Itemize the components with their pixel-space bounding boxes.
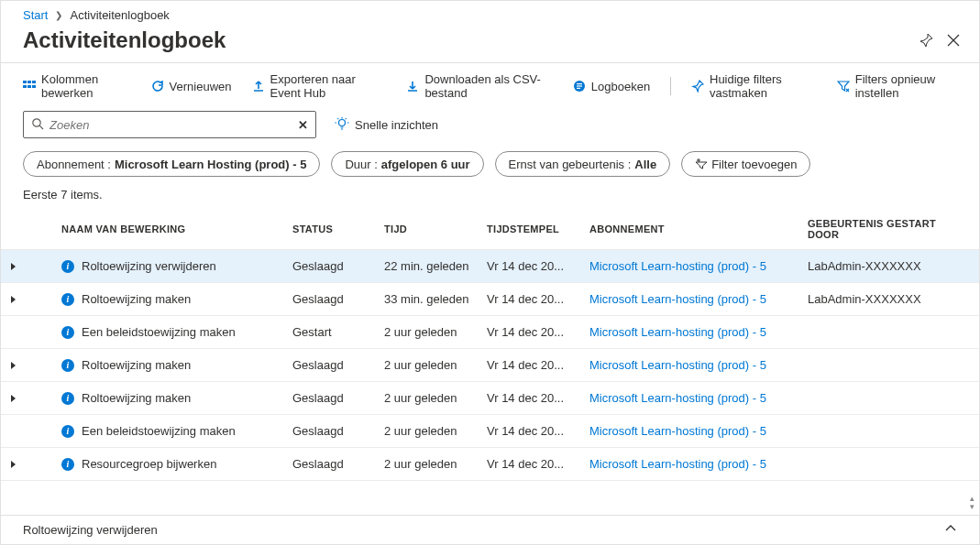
subscription-link[interactable]: Microsoft Learn-hosting (prod) - 5 xyxy=(589,292,766,306)
pin-icon[interactable] xyxy=(919,33,933,48)
filter-pill-duration[interactable]: Duur : afgelopen 6 uur xyxy=(331,151,483,177)
pill-value: afgelopen 6 uur xyxy=(381,158,470,171)
search-icon xyxy=(31,117,44,133)
logs-button[interactable]: Logboeken xyxy=(573,80,650,93)
search-input[interactable] xyxy=(50,118,292,132)
activity-table: NAAM VAN BEWERKING STATUS TIJD TIJDSTEMP… xyxy=(1,209,979,481)
pill-label: Abonnement : xyxy=(37,158,111,171)
page-title: Activiteitenlogboek xyxy=(23,27,226,53)
breadcrumb-start[interactable]: Start xyxy=(23,8,48,22)
refresh-button[interactable]: Vernieuwen xyxy=(151,80,232,93)
timestamp-cell: Vr 14 dec 20... xyxy=(487,457,589,471)
time-cell: 2 uur geleden xyxy=(384,358,487,372)
status-cell: Gestart xyxy=(292,325,384,339)
toolbar-label: Filters opnieuw instellen xyxy=(855,72,957,100)
operation-name: Roltoewijzing verwijderen xyxy=(82,259,216,273)
info-icon: i xyxy=(61,359,74,372)
svg-point-11 xyxy=(339,119,346,125)
table-row[interactable]: i Roltoewijzing maken Geslaagd 2 uur gel… xyxy=(1,382,979,415)
pin-icon xyxy=(691,80,704,93)
detail-title: Roltoewijzing verwijderen xyxy=(23,523,158,537)
subscription-link[interactable]: Microsoft Learn-hosting (prod) - 5 xyxy=(589,259,766,273)
col-subscription[interactable]: ABONNEMENT xyxy=(589,223,808,234)
pin-filters-button[interactable]: Huidige filters vastmaken xyxy=(691,72,817,100)
edit-columns-button[interactable]: Kolommen bewerken xyxy=(23,72,131,100)
time-cell: 2 uur geleden xyxy=(384,424,487,438)
clear-search-icon[interactable]: ✕ xyxy=(298,118,308,132)
refresh-icon xyxy=(151,80,164,93)
subscription-link[interactable]: Microsoft Learn-hosting (prod) - 5 xyxy=(589,457,766,471)
logs-icon xyxy=(573,80,586,93)
table-row[interactable]: i Een beleidstoewijzing maken Geslaagd 2… xyxy=(1,415,979,448)
table-row[interactable]: i Resourcegroep bijwerken Geslaagd 2 uur… xyxy=(1,448,979,481)
toolbar: Kolommen bewerken Vernieuwen Exporteren … xyxy=(1,63,979,109)
status-cell: Geslaagd xyxy=(292,457,384,471)
add-filter-icon xyxy=(695,157,708,172)
subscription-link[interactable]: Microsoft Learn-hosting (prod) - 5 xyxy=(589,325,766,339)
scroll-down-icon[interactable]: ▾ xyxy=(970,503,977,511)
time-cell: 2 uur geleden xyxy=(384,325,487,339)
detail-panel-header[interactable]: Roltoewijzing verwijderen xyxy=(1,515,979,544)
pill-label: Filter toevoegen xyxy=(711,158,797,171)
expand-toggle[interactable] xyxy=(6,460,21,469)
timestamp-cell: Vr 14 dec 20... xyxy=(487,325,589,339)
info-icon: i xyxy=(61,458,74,471)
quick-insights-button[interactable]: Snelle inzichten xyxy=(335,116,438,134)
table-row[interactable]: i Roltoewijzing maken Geslaagd 33 min. g… xyxy=(1,283,979,316)
status-cell: Geslaagd xyxy=(292,358,384,372)
svg-rect-9 xyxy=(577,88,580,89)
col-initiated-by[interactable]: GEBEURTENIS GESTART DOOR xyxy=(808,218,963,240)
table-row[interactable]: i Roltoewijzing verwijderen Geslaagd 22 … xyxy=(1,250,979,283)
toolbar-label: Downloaden als CSV-bestand xyxy=(424,72,552,100)
expand-toggle[interactable] xyxy=(6,361,21,370)
initiated-by-cell: LabAdmin-XXXXXXX xyxy=(808,292,963,306)
columns-icon xyxy=(23,80,36,93)
subscription-link[interactable]: Microsoft Learn-hosting (prod) - 5 xyxy=(589,424,766,438)
table-row[interactable]: i Roltoewijzing maken Geslaagd 2 uur gel… xyxy=(1,349,979,382)
subscription-link[interactable]: Microsoft Learn-hosting (prod) - 5 xyxy=(589,391,766,405)
export-event-hub-button[interactable]: Exporteren naar Event Hub xyxy=(252,72,387,100)
scrollbar[interactable]: ▴ ▾ xyxy=(970,495,977,511)
col-status[interactable]: STATUS xyxy=(292,223,384,234)
time-cell: 2 uur geleden xyxy=(384,457,487,471)
table-row[interactable]: i Een beleidstoewijzing maken Gestart 2 … xyxy=(1,316,979,349)
search-input-container[interactable]: ✕ xyxy=(23,111,316,138)
timestamp-cell: Vr 14 dec 20... xyxy=(487,292,589,306)
filter-pill-severity[interactable]: Ernst van gebeurtenis : Alle xyxy=(495,151,671,177)
expand-toggle[interactable] xyxy=(6,295,21,304)
operation-name: Een beleidstoewijzing maken xyxy=(82,424,236,438)
col-timestamp[interactable]: TIJDSTEMPEL xyxy=(487,223,589,234)
expand-toggle[interactable] xyxy=(6,394,21,403)
col-time[interactable]: TIJD xyxy=(384,223,487,234)
chevron-up-icon[interactable] xyxy=(944,522,957,538)
info-icon: i xyxy=(61,260,74,273)
table-header: NAAM VAN BEWERKING STATUS TIJD TIJDSTEMP… xyxy=(1,209,979,250)
lightbulb-icon xyxy=(335,116,349,134)
toolbar-label: Vernieuwen xyxy=(170,80,232,93)
export-icon xyxy=(252,80,265,93)
result-summary: Eerste 7 items. xyxy=(1,188,979,209)
status-cell: Geslaagd xyxy=(292,292,384,306)
toolbar-label: Logboeken xyxy=(591,80,650,93)
subscription-link[interactable]: Microsoft Learn-hosting (prod) - 5 xyxy=(589,358,766,372)
info-icon: i xyxy=(61,326,74,339)
reset-filters-button[interactable]: Filters opnieuw instellen xyxy=(837,72,957,100)
add-filter-button[interactable]: Filter toevoegen xyxy=(681,151,810,177)
expand-toggle[interactable] xyxy=(6,262,21,271)
separator xyxy=(670,77,671,95)
download-csv-button[interactable]: Downloaden als CSV-bestand xyxy=(406,72,552,100)
svg-rect-1 xyxy=(28,81,31,83)
timestamp-cell: Vr 14 dec 20... xyxy=(487,424,589,438)
svg-rect-3 xyxy=(23,85,27,88)
col-operation[interactable]: NAAM VAN BEWERKING xyxy=(61,223,292,234)
pill-label: Duur : xyxy=(345,158,377,171)
close-icon[interactable] xyxy=(946,33,961,48)
svg-rect-5 xyxy=(32,85,36,88)
initiated-by-cell: LabAdmin-XXXXXXX xyxy=(808,259,963,273)
timestamp-cell: Vr 14 dec 20... xyxy=(487,358,589,372)
filter-pill-subscription[interactable]: Abonnement : Microsoft Learn Hosting (pr… xyxy=(23,151,320,177)
quick-insights-label: Snelle inzichten xyxy=(355,118,438,132)
info-icon: i xyxy=(61,392,74,405)
info-icon: i xyxy=(61,425,74,438)
status-cell: Geslaagd xyxy=(292,391,384,405)
